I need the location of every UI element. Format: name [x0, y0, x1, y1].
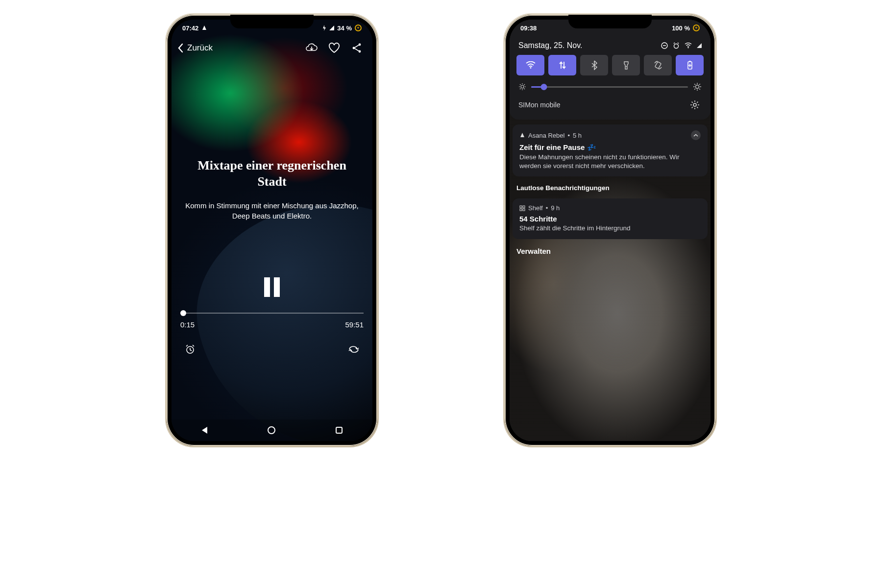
track-subtitle: Komm in Stimmung mit einer Mischung aus … [185, 200, 359, 221]
triangle-back-icon [202, 427, 207, 434]
progress-slider[interactable] [180, 313, 364, 314]
svg-point-8 [530, 67, 531, 69]
svg-point-6 [674, 44, 679, 49]
track-title: Mixtape einer regnerischen Stadt [185, 158, 359, 190]
alarm-set-icon [673, 42, 680, 49]
settings-button[interactable] [688, 98, 702, 112]
wifi-status-icon [685, 43, 692, 49]
gear-icon [690, 100, 700, 110]
svg-line-28 [699, 89, 700, 90]
brightness-slider[interactable] [510, 75, 710, 91]
notch [230, 15, 314, 28]
time-elapsed: 0:15 [180, 320, 195, 329]
notification-asana[interactable]: Asana Rebel • 5 h Zeit für eine Pause 💤 … [513, 124, 708, 176]
share-button[interactable] [350, 41, 364, 55]
svg-rect-33 [523, 206, 525, 208]
bluetooth-icon [591, 60, 598, 70]
chevron-up-icon [693, 134, 698, 137]
screen-player: 07:42 34 % + Zurück [172, 20, 372, 441]
svg-line-30 [699, 84, 700, 85]
tile-wifi[interactable] [516, 55, 544, 75]
svg-line-18 [520, 84, 521, 85]
status-time: 09:38 [520, 24, 537, 32]
brightness-track [531, 86, 688, 88]
notif-title: 54 Schritte [519, 215, 701, 223]
notif-age: 9 h [551, 204, 560, 212]
download-button[interactable] [305, 41, 318, 55]
phone-left: 07:42 34 % + Zurück [167, 15, 377, 446]
progress-track [180, 313, 364, 314]
brightness-thumb [540, 84, 547, 90]
wifi-icon [526, 61, 536, 69]
flashlight-icon [623, 60, 630, 70]
pause-icon [264, 277, 270, 297]
repeat-icon [348, 344, 359, 354]
notch [568, 15, 652, 28]
dnd-icon [661, 42, 668, 49]
brightness-low-icon [518, 83, 526, 91]
collapse-button[interactable] [691, 130, 701, 140]
nav-recents-button[interactable] [336, 427, 343, 434]
tile-flashlight[interactable] [612, 55, 640, 75]
status-battery: 100 % [672, 24, 690, 32]
svg-line-27 [694, 84, 695, 85]
svg-point-13 [521, 85, 524, 88]
tile-auto-rotate[interactable] [644, 55, 672, 75]
android-navbar [172, 419, 372, 441]
battery-ring-icon: + [693, 24, 700, 31]
share-icon [351, 43, 362, 53]
tile-mobile-data[interactable] [548, 55, 576, 75]
mobile-data-icon [558, 60, 567, 70]
brightness-high-icon [693, 82, 702, 91]
square-recents-icon [336, 427, 343, 434]
svg-point-22 [696, 85, 699, 89]
carrier-label: SIMon mobile [518, 101, 561, 109]
progress-thumb [180, 310, 186, 316]
app-asana-icon [519, 132, 525, 138]
chevron-left-icon [177, 43, 183, 53]
date-label: Samstag, 25. Nov. [518, 41, 582, 50]
notification-shelf[interactable]: Shelf • 9 h 54 Schritte Shelf zählt die … [513, 198, 708, 239]
svg-point-7 [688, 48, 689, 49]
screen-notification-shade: 09:38 100 % + Samstag, 25. Nov. [510, 20, 710, 441]
lightning-icon [322, 25, 326, 31]
svg-line-21 [524, 84, 525, 85]
svg-line-19 [524, 89, 525, 90]
svg-rect-34 [520, 209, 522, 211]
phone-right: 09:38 100 % + Samstag, 25. Nov. [505, 15, 715, 446]
silent-section-header: Lautlose Benachrichtigungen [510, 176, 710, 194]
sleep-timer-button[interactable] [183, 343, 197, 356]
back-label: Zurück [187, 43, 213, 53]
notif-age: 5 h [573, 132, 582, 139]
manage-button[interactable]: Verwalten [510, 239, 710, 263]
time-remaining: 59:51 [345, 320, 364, 329]
cloud-download-icon [305, 43, 318, 53]
back-button[interactable]: Zurück [177, 43, 213, 53]
signal-status-icon [697, 43, 702, 48]
status-battery: 34 % [337, 24, 352, 32]
svg-point-31 [693, 103, 696, 106]
tile-bluetooth[interactable] [580, 55, 608, 75]
favorite-button[interactable] [327, 41, 341, 55]
quick-settings-panel: 09:38 100 % + Samstag, 25. Nov. [510, 20, 710, 120]
signal-icon [329, 25, 334, 30]
notif-body: Diese Mahnungen scheinen nicht zu funkti… [519, 153, 701, 171]
heart-icon [328, 43, 340, 53]
svg-rect-32 [520, 206, 522, 208]
tile-battery-saver[interactable] [676, 55, 704, 75]
notif-app-name: Asana Rebel [528, 132, 564, 139]
svg-line-20 [520, 89, 521, 90]
battery-ring-icon: + [355, 24, 362, 31]
svg-rect-12 [689, 61, 690, 62]
status-time: 07:42 [182, 24, 198, 32]
nav-back-button[interactable] [202, 427, 207, 434]
repeat-button[interactable] [347, 343, 361, 356]
app-shelf-icon [519, 205, 525, 211]
app-indicator-icon [201, 25, 207, 31]
circle-home-icon [268, 426, 275, 434]
nav-home-button[interactable] [268, 426, 275, 434]
svg-rect-35 [523, 209, 525, 211]
svg-rect-10 [655, 62, 661, 69]
pause-button[interactable] [264, 277, 280, 297]
notif-app-name: Shelf [528, 204, 543, 212]
